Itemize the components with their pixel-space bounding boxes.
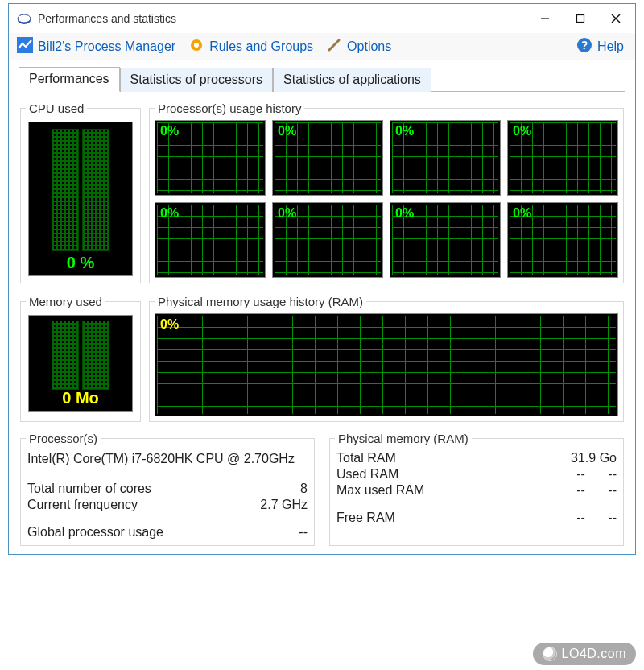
processor-history-grid: 0% 0% 0% 0% 0% 0% 0% 0% — [155, 120, 618, 278]
cpu-name: Intel(R) Core(TM) i7-6820HK CPU @ 2.70GH… — [26, 450, 309, 473]
group-physical-memory: Physical memory (RAM) Total RAM 31.9 Go … — [329, 432, 624, 546]
cpu-used-value: 0 % — [29, 254, 132, 272]
free-ram-value-1: -- — [576, 511, 585, 524]
window-title: Performances and statistics — [38, 12, 527, 25]
group-mem-used-title: Memory used — [26, 295, 105, 308]
tab-content: CPU used 0 % Processor(s) usage history … — [9, 92, 635, 554]
max-used-ram-value-1: -- — [576, 483, 585, 497]
group-processors-title: Processor(s) — [26, 432, 101, 445]
kv-frequency: Current frenquency 2.7 GHz — [26, 497, 309, 513]
group-mem-used: Memory used 0 Mo — [20, 295, 141, 422]
group-cpu-used: CPU used 0 % — [20, 101, 141, 283]
toolbar-options[interactable]: Options — [323, 35, 394, 58]
app-icon — [15, 10, 33, 27]
core-plot-5-label: 0% — [278, 206, 296, 221]
tab-performances[interactable]: Performances — [19, 67, 120, 92]
freq-label: Current frenquency — [27, 498, 138, 512]
kv-free-ram: Free RAM -- -- — [335, 510, 618, 526]
kv-max-used-ram: Max used RAM -- -- — [335, 482, 618, 498]
total-cores-label: Total number of cores — [27, 482, 151, 496]
group-proc-history-title: Processor(s) usage history — [155, 101, 304, 115]
mem-history-label: 0% — [160, 317, 179, 332]
svg-text:?: ? — [581, 39, 588, 52]
toolbar: Bill2's Process Manager Rules and Groups… — [9, 33, 635, 60]
toolbar-help[interactable]: ? Help — [573, 35, 627, 58]
svg-point-8 — [194, 43, 199, 48]
toolbar-rules-groups-label: Rules and Groups — [209, 39, 313, 54]
global-usage-value: -- — [299, 525, 308, 540]
tab-statistics-applications-label: Statistics of applications — [283, 72, 421, 86]
kv-total-ram: Total RAM 31.9 Go — [335, 450, 618, 466]
maximize-button[interactable] — [563, 6, 598, 31]
free-ram-value-2: -- — [608, 511, 617, 524]
toolbar-process-manager[interactable]: Bill2's Process Manager — [14, 35, 179, 58]
tab-statistics-processors[interactable]: Statistics of processors — [120, 68, 274, 92]
total-ram-label: Total RAM — [336, 451, 396, 465]
toolbar-rules-groups[interactable]: Rules and Groups — [185, 35, 316, 58]
core-plot-6: 0% — [390, 202, 501, 278]
group-proc-history: Processor(s) usage history 0% 0% 0% 0% 0… — [149, 101, 624, 283]
used-ram-label: Used RAM — [336, 467, 398, 482]
total-ram-value: 31.9 Go — [571, 451, 617, 465]
watermark-text: LO4D.com — [562, 647, 626, 661]
core-plot-0: 0% — [155, 120, 266, 196]
kv-global-usage: Global processor usage -- — [26, 524, 309, 540]
core-plot-1: 0% — [272, 120, 383, 196]
mem-used-bars — [29, 321, 132, 390]
titlebar: Performances and statistics — [9, 4, 635, 33]
core-plot-5: 0% — [272, 202, 383, 278]
group-processors: Processor(s) Intel(R) Core(TM) i7-6820HK… — [20, 432, 315, 546]
core-plot-4: 0% — [155, 202, 266, 278]
group-cpu-used-title: CPU used — [26, 101, 87, 115]
total-cores-value: 8 — [300, 482, 308, 496]
kv-used-ram: Used RAM -- -- — [335, 466, 618, 482]
core-plot-3: 0% — [507, 120, 618, 196]
tabbar: Performances Statistics of processors St… — [19, 67, 625, 92]
toolbar-help-label: Help — [597, 39, 624, 54]
global-usage-label: Global processor usage — [27, 525, 163, 540]
cpu-used-meter: 0 % — [28, 122, 133, 276]
core-plot-1-label: 0% — [278, 124, 296, 139]
help-icon: ? — [576, 37, 592, 56]
window-frame: Performances and statistics Bill2's Proc… — [8, 3, 636, 555]
group-mem-history-title: Physical memory usage history (RAM) — [155, 295, 366, 308]
window-controls — [527, 6, 634, 31]
used-ram-value-1: -- — [576, 467, 585, 481]
core-plot-2-label: 0% — [395, 124, 414, 139]
tab-performances-label: Performances — [29, 72, 109, 85]
tools-icon — [326, 37, 342, 56]
free-ram-label: Free RAM — [336, 511, 395, 525]
row-cpu: CPU used 0 % Processor(s) usage history … — [20, 98, 624, 283]
chart-icon — [17, 37, 33, 56]
gear-icon — [188, 37, 204, 56]
close-button[interactable] — [598, 6, 634, 31]
kv-total-cores: Total number of cores 8 — [26, 481, 309, 497]
core-plot-3-label: 0% — [513, 124, 531, 139]
globe-icon — [543, 647, 557, 661]
group-mem-history: Physical memory usage history (RAM) 0% — [149, 295, 624, 422]
core-plot-7: 0% — [507, 202, 618, 278]
core-plot-7-label: 0% — [513, 206, 531, 221]
cpu-used-bars — [29, 129, 132, 251]
tab-statistics-processors-label: Statistics of processors — [130, 72, 263, 86]
minimize-button[interactable] — [527, 6, 563, 31]
core-plot-0-label: 0% — [160, 124, 179, 139]
core-plot-6-label: 0% — [395, 206, 414, 221]
watermark: LO4D.com — [533, 643, 636, 665]
svg-point-1 — [18, 14, 31, 23]
row-info: Processor(s) Intel(R) Core(TM) i7-6820HK… — [20, 428, 624, 546]
group-physical-memory-title: Physical memory (RAM) — [335, 432, 472, 445]
row-memory: Memory used 0 Mo Physical memory usage h… — [20, 292, 624, 422]
tab-statistics-applications[interactable]: Statistics of applications — [273, 68, 431, 92]
freq-value: 2.7 GHz — [260, 498, 308, 512]
core-plot-2: 0% — [390, 120, 501, 196]
toolbar-process-manager-label: Bill2's Process Manager — [38, 39, 175, 54]
mem-history-plot: 0% — [155, 313, 618, 416]
svg-rect-3 — [577, 15, 584, 23]
core-plot-4-label: 0% — [160, 206, 179, 221]
mem-used-meter: 0 Mo — [28, 315, 133, 412]
max-used-ram-label: Max used RAM — [336, 483, 424, 498]
used-ram-value-2: -- — [608, 467, 617, 481]
toolbar-options-label: Options — [347, 39, 391, 54]
mem-used-value: 0 Mo — [29, 389, 132, 407]
